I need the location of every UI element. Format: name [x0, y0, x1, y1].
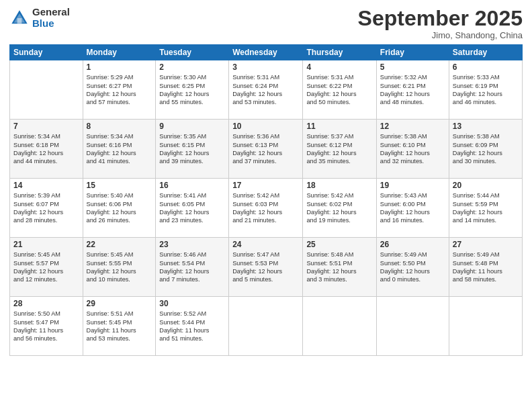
day-number: 24	[232, 240, 299, 249]
calendar-cell: 23Sunrise: 5:46 AM Sunset: 5:54 PM Dayli…	[156, 238, 229, 297]
calendar-cell: 18Sunrise: 5:42 AM Sunset: 6:02 PM Dayli…	[303, 179, 376, 238]
calendar-cell	[229, 297, 303, 356]
calendar-cell: 11Sunrise: 5:37 AM Sunset: 6:12 PM Dayli…	[303, 120, 376, 179]
calendar-cell: 13Sunrise: 5:38 AM Sunset: 6:09 PM Dayli…	[449, 120, 522, 179]
day-number: 25	[306, 240, 372, 249]
day-number: 22	[87, 240, 152, 249]
day-number: 8	[87, 122, 152, 131]
day-content: Sunrise: 5:34 AM Sunset: 6:18 PM Dayligh…	[13, 132, 79, 166]
day-content: Sunrise: 5:49 AM Sunset: 5:50 PM Dayligh…	[380, 250, 445, 284]
calendar-cell: 15Sunrise: 5:40 AM Sunset: 6:06 PM Dayli…	[83, 179, 156, 238]
week-row-2: 7Sunrise: 5:34 AM Sunset: 6:18 PM Daylig…	[10, 120, 523, 179]
day-content: Sunrise: 5:48 AM Sunset: 5:51 PM Dayligh…	[306, 250, 372, 284]
day-number: 19	[380, 181, 445, 190]
logo-general-text: General	[32, 7, 70, 18]
day-content: Sunrise: 5:49 AM Sunset: 5:48 PM Dayligh…	[453, 250, 519, 284]
calendar-cell	[303, 297, 376, 356]
week-row-3: 14Sunrise: 5:39 AM Sunset: 6:07 PM Dayli…	[10, 179, 523, 238]
calendar-cell: 14Sunrise: 5:39 AM Sunset: 6:07 PM Dayli…	[10, 179, 83, 238]
week-row-1: 1Sunrise: 5:29 AM Sunset: 6:27 PM Daylig…	[10, 60, 523, 120]
day-number: 13	[453, 122, 519, 131]
calendar-cell: 26Sunrise: 5:49 AM Sunset: 5:50 PM Dayli…	[376, 238, 449, 297]
day-content: Sunrise: 5:45 AM Sunset: 5:55 PM Dayligh…	[87, 250, 152, 284]
calendar-cell: 20Sunrise: 5:44 AM Sunset: 5:59 PM Dayli…	[449, 179, 522, 238]
day-number: 28	[13, 299, 79, 308]
day-number: 20	[453, 181, 519, 190]
day-number: 21	[13, 240, 79, 249]
day-number: 12	[380, 122, 445, 131]
day-number: 16	[159, 181, 225, 190]
day-content: Sunrise: 5:42 AM Sunset: 6:03 PM Dayligh…	[232, 191, 299, 225]
day-number: 2	[159, 62, 225, 72]
calendar-cell: 22Sunrise: 5:45 AM Sunset: 5:55 PM Dayli…	[83, 238, 156, 297]
day-header-saturday: Saturday	[449, 45, 522, 60]
calendar-cell: 5Sunrise: 5:32 AM Sunset: 6:21 PM Daylig…	[376, 60, 449, 120]
day-content: Sunrise: 5:39 AM Sunset: 6:07 PM Dayligh…	[13, 191, 79, 225]
day-number: 5	[380, 62, 445, 72]
logo: General Blue	[9, 7, 70, 29]
day-number: 23	[159, 240, 225, 249]
calendar-cell: 19Sunrise: 5:43 AM Sunset: 6:00 PM Dayli…	[376, 179, 449, 238]
day-content: Sunrise: 5:40 AM Sunset: 6:06 PM Dayligh…	[87, 191, 152, 225]
day-content: Sunrise: 5:50 AM Sunset: 5:47 PM Dayligh…	[13, 310, 79, 343]
calendar-cell: 17Sunrise: 5:42 AM Sunset: 6:03 PM Dayli…	[229, 179, 303, 238]
calendar-cell: 27Sunrise: 5:49 AM Sunset: 5:48 PM Dayli…	[449, 238, 522, 297]
calendar-cell: 21Sunrise: 5:45 AM Sunset: 5:57 PM Dayli…	[10, 238, 83, 297]
day-number: 3	[232, 62, 299, 72]
logo-text: General Blue	[32, 7, 70, 29]
calendar-cell: 12Sunrise: 5:38 AM Sunset: 6:10 PM Dayli…	[376, 120, 449, 179]
calendar-cell: 29Sunrise: 5:51 AM Sunset: 5:45 PM Dayli…	[83, 297, 156, 356]
day-content: Sunrise: 5:31 AM Sunset: 6:22 PM Dayligh…	[306, 73, 372, 107]
day-content: Sunrise: 5:33 AM Sunset: 6:19 PM Dayligh…	[453, 73, 519, 107]
day-content: Sunrise: 5:45 AM Sunset: 5:57 PM Dayligh…	[13, 250, 79, 284]
day-content: Sunrise: 5:51 AM Sunset: 5:45 PM Dayligh…	[87, 310, 152, 343]
location-text: Jimo, Shandong, China	[358, 30, 523, 40]
day-content: Sunrise: 5:52 AM Sunset: 5:44 PM Dayligh…	[159, 310, 225, 343]
day-number: 29	[87, 299, 152, 308]
day-content: Sunrise: 5:32 AM Sunset: 6:21 PM Dayligh…	[380, 73, 445, 107]
logo-icon	[9, 8, 30, 28]
day-header-thursday: Thursday	[303, 45, 376, 60]
day-number: 17	[232, 181, 299, 190]
day-content: Sunrise: 5:38 AM Sunset: 6:10 PM Dayligh…	[380, 132, 445, 166]
calendar-cell	[376, 297, 449, 356]
calendar-cell	[449, 297, 522, 356]
calendar-cell: 9Sunrise: 5:35 AM Sunset: 6:15 PM Daylig…	[156, 120, 229, 179]
day-header-friday: Friday	[376, 45, 449, 60]
day-content: Sunrise: 5:30 AM Sunset: 6:25 PM Dayligh…	[159, 73, 225, 107]
day-number: 1	[87, 62, 152, 72]
days-header-row: SundayMondayTuesdayWednesdayThursdayFrid…	[10, 45, 523, 60]
day-number: 6	[453, 62, 519, 72]
day-content: Sunrise: 5:46 AM Sunset: 5:54 PM Dayligh…	[159, 250, 225, 284]
day-number: 7	[13, 122, 79, 131]
day-content: Sunrise: 5:37 AM Sunset: 6:12 PM Dayligh…	[306, 132, 372, 166]
day-content: Sunrise: 5:35 AM Sunset: 6:15 PM Dayligh…	[159, 132, 225, 166]
day-number: 11	[306, 122, 372, 131]
day-number: 27	[453, 240, 519, 249]
day-number: 14	[13, 181, 79, 190]
day-content: Sunrise: 5:38 AM Sunset: 6:09 PM Dayligh…	[453, 132, 519, 166]
day-number: 10	[232, 122, 299, 131]
calendar-page: General Blue September 2025 Jimo, Shando…	[0, 0, 532, 411]
day-number: 9	[159, 122, 225, 131]
svg-rect-2	[17, 18, 22, 24]
title-block: September 2025 Jimo, Shandong, China	[358, 7, 523, 40]
calendar-cell: 1Sunrise: 5:29 AM Sunset: 6:27 PM Daylig…	[83, 60, 156, 120]
day-number: 26	[380, 240, 445, 249]
calendar-cell: 10Sunrise: 5:36 AM Sunset: 6:13 PM Dayli…	[229, 120, 303, 179]
day-content: Sunrise: 5:42 AM Sunset: 6:02 PM Dayligh…	[306, 191, 372, 225]
day-content: Sunrise: 5:41 AM Sunset: 6:05 PM Dayligh…	[159, 191, 225, 225]
calendar-cell: 7Sunrise: 5:34 AM Sunset: 6:18 PM Daylig…	[10, 120, 83, 179]
week-row-4: 21Sunrise: 5:45 AM Sunset: 5:57 PM Dayli…	[10, 238, 523, 297]
calendar-table: SundayMondayTuesdayWednesdayThursdayFrid…	[9, 44, 523, 356]
calendar-cell	[10, 60, 83, 120]
day-header-tuesday: Tuesday	[156, 45, 229, 60]
header: General Blue September 2025 Jimo, Shando…	[9, 7, 523, 40]
day-number: 4	[306, 62, 372, 72]
calendar-cell: 2Sunrise: 5:30 AM Sunset: 6:25 PM Daylig…	[156, 60, 229, 120]
day-header-wednesday: Wednesday	[229, 45, 303, 60]
day-number: 30	[159, 299, 225, 308]
day-content: Sunrise: 5:31 AM Sunset: 6:24 PM Dayligh…	[232, 73, 299, 107]
day-number: 18	[306, 181, 372, 190]
day-content: Sunrise: 5:36 AM Sunset: 6:13 PM Dayligh…	[232, 132, 299, 166]
